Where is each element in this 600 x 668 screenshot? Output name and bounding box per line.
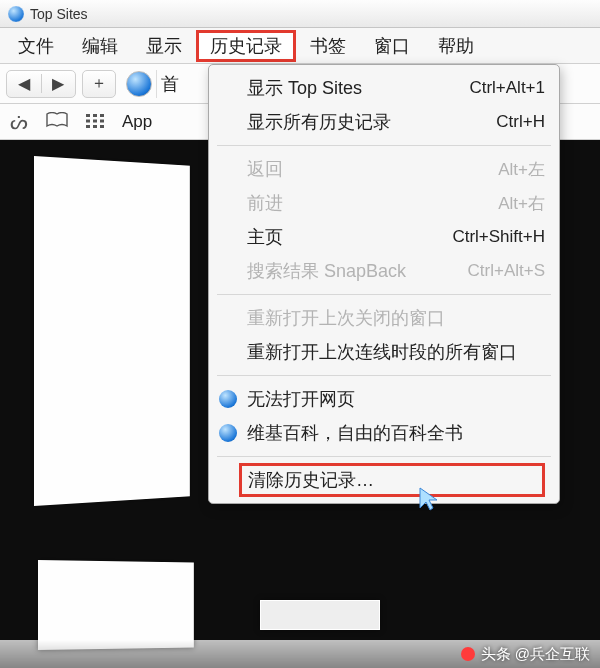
menu-edit[interactable]: 编辑 <box>68 30 132 62</box>
menu-help[interactable]: 帮助 <box>424 30 488 62</box>
watermark-text: 头条 @兵企互联 <box>481 645 590 664</box>
menu-item-recent-fail[interactable]: 无法打开网页 <box>209 382 559 416</box>
svg-rect-2 <box>100 114 104 117</box>
svg-rect-0 <box>86 114 90 117</box>
topsite-tile[interactable] <box>260 600 380 630</box>
menu-history[interactable]: 历史记录 <box>196 30 296 62</box>
titlebar: Top Sites <box>0 0 600 28</box>
menu-separator <box>217 456 551 457</box>
menu-file[interactable]: 文件 <box>4 30 68 62</box>
menu-item-show-all-history[interactable]: 显示所有历史记录 Ctrl+H <box>209 105 559 139</box>
nav-back-forward[interactable]: ◀ ▶ <box>6 70 76 98</box>
add-bookmark-button[interactable]: ＋ <box>82 70 116 98</box>
menu-item-clear-history[interactable]: 清除历史记录… <box>209 463 559 497</box>
menu-separator <box>217 375 551 376</box>
address-text[interactable]: 首 <box>161 72 179 96</box>
menu-separator <box>217 294 551 295</box>
svg-rect-3 <box>86 120 90 123</box>
svg-rect-1 <box>93 114 97 117</box>
reader-icon[interactable]: ᔖ <box>10 110 28 134</box>
menu-item-recent-wikipedia[interactable]: 维基百科，自由的百科全书 <box>209 416 559 450</box>
menu-item-forward: 前进 Alt+右 <box>209 186 559 220</box>
menubar: 文件 编辑 显示 历史记录 书签 窗口 帮助 <box>0 28 600 64</box>
menu-item-back: 返回 Alt+左 <box>209 152 559 186</box>
bookmark-item-apple[interactable]: App <box>122 112 152 132</box>
back-button[interactable]: ◀ <box>7 74 42 93</box>
svg-rect-8 <box>100 125 104 128</box>
svg-rect-4 <box>93 120 97 123</box>
menu-item-reopen-last-window: 重新打开上次关闭的窗口 <box>209 301 559 335</box>
plus-icon: ＋ <box>91 73 107 94</box>
globe-icon <box>8 6 24 22</box>
globe-icon <box>219 390 237 408</box>
menu-bookmarks[interactable]: 书签 <box>296 30 360 62</box>
menu-item-show-top-sites[interactable]: 显示 Top Sites Ctrl+Alt+1 <box>209 71 559 105</box>
menu-separator <box>217 145 551 146</box>
svg-rect-5 <box>100 120 104 123</box>
globe-icon <box>126 71 152 97</box>
grid-icon[interactable] <box>86 110 104 133</box>
browser-window: Top Sites 文件 编辑 显示 历史记录 书签 窗口 帮助 ◀ ▶ ＋ 首… <box>0 0 600 640</box>
svg-rect-6 <box>86 125 90 128</box>
menu-item-reopen-last-session[interactable]: 重新打开上次连线时段的所有窗口 <box>209 335 559 369</box>
address-bar-edge <box>156 70 157 98</box>
window-title: Top Sites <box>30 6 88 22</box>
topsite-tile[interactable] <box>34 156 190 506</box>
globe-icon <box>219 424 237 442</box>
history-menu: 显示 Top Sites Ctrl+Alt+1 显示所有历史记录 Ctrl+H … <box>208 64 560 504</box>
topsite-tile[interactable] <box>38 560 194 650</box>
svg-rect-7 <box>93 125 97 128</box>
menu-window[interactable]: 窗口 <box>360 30 424 62</box>
book-icon[interactable] <box>46 110 68 133</box>
watermark-icon <box>461 647 475 661</box>
menu-item-snapback: 搜索结果 SnapBack Ctrl+Alt+S <box>209 254 559 288</box>
menu-item-home[interactable]: 主页 Ctrl+Shift+H <box>209 220 559 254</box>
forward-button[interactable]: ▶ <box>42 74 76 93</box>
menu-view[interactable]: 显示 <box>132 30 196 62</box>
cursor-icon <box>418 486 440 519</box>
watermark: 头条 @兵企互联 <box>0 640 600 668</box>
